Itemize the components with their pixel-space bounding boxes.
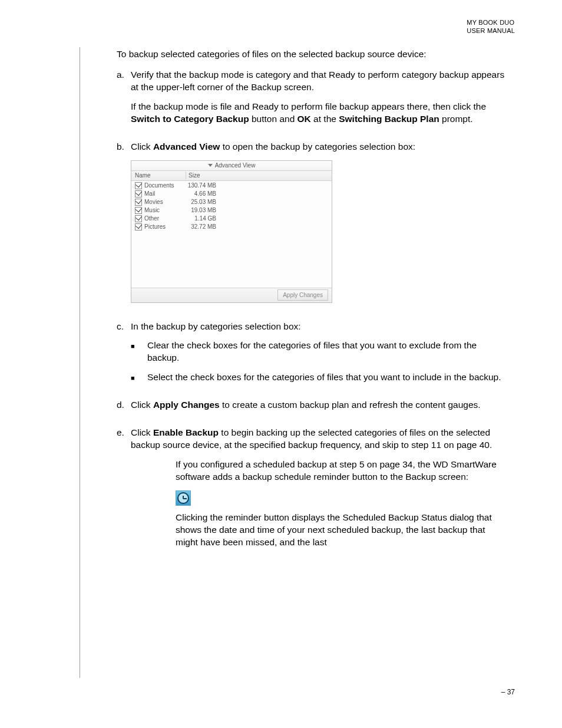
col-size: Size xyxy=(186,172,224,180)
square-bullet-icon: ■ xyxy=(131,340,147,364)
apply-changes-button[interactable]: Apply Changes xyxy=(277,289,328,301)
step-label: c. xyxy=(117,321,131,391)
intro-paragraph: To backup selected categories of files o… xyxy=(117,48,505,61)
step-e-text: Click Enable Backup to begin backing up … xyxy=(131,427,505,452)
category-row[interactable]: Mail 4.66 MB xyxy=(131,190,332,198)
step-c-bullets: ■ Clear the check boxes for the categori… xyxy=(131,340,505,384)
panel-column-headers: Name Size xyxy=(131,171,332,181)
panel-title: Advanced View xyxy=(215,162,256,170)
category-row[interactable]: Documents 130.74 MB xyxy=(131,182,332,190)
step-c: c. In the backup by categories selection… xyxy=(117,321,505,391)
checkbox-icon[interactable] xyxy=(135,199,142,206)
step-e: e. Click Enable Backup to begin backing … xyxy=(117,427,505,555)
category-row[interactable]: Pictures 32.72 MB xyxy=(131,223,332,231)
step-label: a. xyxy=(117,69,131,133)
category-row[interactable]: Other 1.14 GB xyxy=(131,215,332,223)
bullet-text: Clear the check boxes for the categories… xyxy=(147,340,505,364)
category-size: 1.14 GB xyxy=(180,215,216,223)
advanced-view-panel: Advanced View Name Size Documents 130.74… xyxy=(131,160,332,303)
col-name: Name xyxy=(131,172,186,180)
bullet-item: ■ Clear the check boxes for the categori… xyxy=(131,340,505,364)
category-size: 130.74 MB xyxy=(180,182,216,190)
category-name: Other xyxy=(144,215,180,223)
category-name: Movies xyxy=(144,198,180,206)
step-b: b. Click Advanced View to open the backu… xyxy=(117,141,505,312)
category-size: 19.03 MB xyxy=(180,206,216,215)
category-size: 4.66 MB xyxy=(180,190,216,198)
category-size: 25.03 MB xyxy=(180,198,216,206)
step-d-text: Click Apply Changes to create a custom b… xyxy=(131,399,505,411)
step-a: a. Verify that the backup mode is catego… xyxy=(117,69,505,133)
checkbox-icon[interactable] xyxy=(135,190,142,197)
square-bullet-icon: ■ xyxy=(131,371,147,384)
clock-dial xyxy=(177,492,189,504)
step-label: e. xyxy=(117,427,131,555)
step-b-text: Click Advanced View to open the backup b… xyxy=(131,141,505,153)
category-name: Documents xyxy=(144,182,180,190)
step-label: b. xyxy=(117,141,131,312)
category-name: Music xyxy=(144,206,180,215)
step-d: d. Click Apply Changes to create a custo… xyxy=(117,399,505,419)
bullet-item: ■ Select the check boxes for the categor… xyxy=(131,371,505,384)
header-title: MY BOOK DUO xyxy=(467,19,515,27)
category-size: 32.72 MB xyxy=(180,223,216,231)
collapse-icon xyxy=(208,164,213,167)
panel-rows: Documents 130.74 MB Mail 4.66 MB Movies … xyxy=(131,181,332,288)
step-list: a. Verify that the backup mode is catego… xyxy=(117,69,505,556)
checkbox-icon[interactable] xyxy=(135,182,142,189)
step-a-p2: If the backup mode is file and Ready to … xyxy=(131,101,505,126)
category-name: Mail xyxy=(144,190,180,198)
note-p1: If you configured a scheduled backup at … xyxy=(176,459,505,483)
checkbox-icon[interactable] xyxy=(135,207,142,214)
step-c-lead: In the backup by categories selection bo… xyxy=(131,321,505,333)
main-content: To backup selected categories of files o… xyxy=(117,48,505,564)
step-a-p1: Verify that the backup mode is category … xyxy=(131,69,505,94)
category-row[interactable]: Movies 25.03 MB xyxy=(131,198,332,206)
step-label: d. xyxy=(117,399,131,419)
header-subtitle: USER MANUAL xyxy=(467,27,515,35)
checkbox-icon[interactable] xyxy=(135,223,142,230)
panel-title-bar[interactable]: Advanced View xyxy=(131,161,332,171)
note-p2: Clicking the reminder button displays th… xyxy=(176,512,505,549)
category-row[interactable]: Music 19.03 MB xyxy=(131,206,332,215)
clock-icon xyxy=(176,490,191,506)
page-header: MY BOOK DUO USER MANUAL xyxy=(467,19,515,35)
panel-footer: Apply Changes xyxy=(131,288,332,302)
category-name: Pictures xyxy=(144,223,180,231)
bullet-text: Select the check boxes for the categorie… xyxy=(147,371,505,384)
page-number: – 37 xyxy=(501,688,515,696)
note-block: If you configured a scheduled backup at … xyxy=(176,459,505,549)
checkbox-icon[interactable] xyxy=(135,215,142,222)
vertical-rule xyxy=(80,47,80,678)
